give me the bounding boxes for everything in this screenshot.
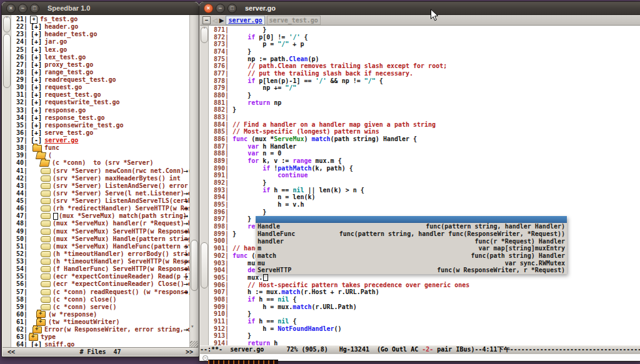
tag-icon[interactable] <box>41 168 51 174</box>
code-line-872[interactable]: 872| if p[0] != '/' { <box>209 34 640 41</box>
tag-icon[interactable] <box>41 258 51 265</box>
speedbar-row[interactable]: 32|[+]requestwrite_test.go <box>11 99 189 106</box>
speedbar-row[interactable]: 33|[+]response.go <box>11 107 189 114</box>
code-line-889[interactable]: 889| for k, v := range mux.m { <box>209 157 640 165</box>
plus-icon[interactable]: [+] <box>31 122 42 129</box>
tag-label[interactable]: (srv *Server) maxHeaderBytes() int <box>52 175 181 182</box>
file-label[interactable]: request.go <box>44 84 82 91</box>
speedbar-row[interactable]: 52|(h *timeoutHandler) errorBody() strin… <box>11 250 189 258</box>
code-line-909[interactable]: 909| h = mux.match(r.URL.Path) <box>209 303 640 311</box>
editor-titlebar[interactable]: × − □ server.go <box>199 2 640 15</box>
plus-icon[interactable]: [+] <box>31 38 42 46</box>
plus-icon[interactable]: [+] <box>31 114 42 122</box>
folder-open-icon[interactable] <box>39 160 50 167</box>
code-line-913[interactable]: 913| } <box>209 332 640 340</box>
speedbar-row[interactable]: 29|[+]readrequest_test.go <box>11 76 189 84</box>
code-line-875[interactable]: 875| np := path.Clean(p) <box>209 56 640 63</box>
speedbar-row[interactable]: 63|type <box>11 333 189 341</box>
tag-label[interactable]: (srv *Server) Serve(l net.Listener) e <box>52 190 189 197</box>
code-line-892[interactable]: 892| } <box>209 179 640 187</box>
plus-icon[interactable]: [+] <box>31 23 42 31</box>
file-label[interactable]: server.go <box>44 137 78 144</box>
code-line-893[interactable]: 893| if h == nil || len(k) > n { <box>209 187 640 194</box>
tab-back-icon[interactable]: ◁ <box>212 17 218 24</box>
tag-label[interactable]: (ecr *expectContinueReader) Read(p [] <box>52 273 189 280</box>
code-line-905[interactable]: 905| mux. <box>209 274 640 282</box>
autocomplete-item[interactable]: ServeHTTPfunc(w ResponseWriter, r *Reque… <box>256 267 567 274</box>
speedbar-row[interactable]: 51|(mux *ServeMux) HandleFunc(pattern st… <box>11 243 189 250</box>
tag-label[interactable]: (mux *ServeMux) ServeHTTP(w ResponseW <box>52 228 189 235</box>
speedbar-row[interactable]: 56|(ecr *expectContinueReader) Close() e… <box>11 280 189 288</box>
resize-grip[interactable] <box>190 341 198 347</box>
scrollbar-up-stepper[interactable]: ˄ <box>3 16 11 32</box>
code-line-882[interactable]: 882|} <box>209 106 640 114</box>
code-line-881[interactable]: 881| return np <box>209 99 640 107</box>
speedbar-row[interactable]: 36|[+]serve_test.go <box>11 129 189 137</box>
file-label[interactable]: fs_test.go <box>40 16 78 23</box>
speedbar-row[interactable]: 42|(srv *Server) maxHeaderBytes() int <box>11 175 189 182</box>
code-area[interactable]: 871| }872| if p[0] != '/' {873| p = "/" … <box>209 26 640 345</box>
code-line-885[interactable]: 885|// Most-specific (longest) pattern w… <box>209 128 640 135</box>
tag-label[interactable]: (c *conn) to (srv *Server) <box>52 159 154 167</box>
code-line-896[interactable]: 896| } <box>209 209 640 216</box>
tag-label[interactable]: (c *conn) close() <box>52 296 116 303</box>
file-label[interactable]: request_test.go <box>44 91 101 99</box>
scrollbar-up-stepper[interactable]: ˄ <box>201 27 208 43</box>
speedbar-row[interactable]: 47|(mux *ServeMux) match(path string) Ha… <box>11 212 189 220</box>
code-line-912[interactable]: 912| h = NotFoundHandler() <box>209 325 640 333</box>
tag-label[interactable]: Error(w ResponseWriter, error string, c <box>44 326 189 333</box>
speedbar-row[interactable]: 26|[+]lex_test.go <box>11 54 189 61</box>
tag-icon[interactable] <box>41 229 51 235</box>
speedbar-row[interactable]: 45|(srv *Server) ListenAndServeTLS(certF… <box>11 197 189 205</box>
autocomplete-item[interactable]: mvar map[string]muxEntry <box>256 245 567 252</box>
scrollbar-thumb[interactable] <box>191 240 198 291</box>
tag-label[interactable]: (mux *ServeMux) match(path string) Ha <box>59 212 189 220</box>
tag-label[interactable]: (tw *timeoutWriter) <box>48 318 119 326</box>
folder-plus-icon[interactable] <box>29 334 38 341</box>
tag-label[interactable]: (h *timeoutHandler) errorBody() strin <box>52 250 189 258</box>
speedbar-row[interactable]: 57|(c *conn) readRequest() (w *response,… <box>11 288 189 296</box>
speedbar-row[interactable]: 22|[+]header.go <box>11 23 189 31</box>
tag-icon[interactable] <box>41 190 51 197</box>
speedbar-row[interactable]: 31|[+]request_test.go <box>11 91 189 99</box>
tag-label[interactable]: (c *conn) serve() <box>52 303 116 311</box>
file-label[interactable]: serve_test.go <box>44 129 93 137</box>
maximize-icon[interactable]: □ <box>228 4 237 13</box>
code-line-884[interactable]: 884|// Find a handler on a handler map g… <box>209 121 640 129</box>
file-label[interactable]: response_test.go <box>44 114 104 122</box>
code-line-906[interactable]: 906| // Host-specific pattern takes prec… <box>209 282 640 289</box>
tag-label[interactable]: (srv *Server) ListenAndServeTLS(certF <box>52 197 189 205</box>
maximize-icon[interactable]: □ <box>30 4 39 13</box>
tabbar-minimize-button[interactable]: − <box>202 16 211 24</box>
speedbar-row[interactable]: 43|(srv *Server) ListenAndServe() error <box>11 182 189 190</box>
code-line-911[interactable]: 911| if h == nil { <box>209 318 640 325</box>
code-line-891[interactable]: 891| continue <box>209 172 640 179</box>
speedbar-row[interactable]: 44|(srv *Server) Serve(l net.Listener) e… <box>11 190 189 197</box>
tab-server-go[interactable]: server.go <box>226 16 264 25</box>
tag-label[interactable]: (rh *redirectHandler) ServeHTTP(w Res <box>52 205 189 212</box>
speedbar-row[interactable]: 46|(rh *redirectHandler) ServeHTTP(w Res… <box>11 205 189 212</box>
code-line-890[interactable]: 890| if !pathMatch(k, path) { <box>209 165 640 172</box>
tag-label[interactable]: (c *conn) readRequest() (w *response, <box>52 288 189 296</box>
tag-icon[interactable] <box>41 220 51 227</box>
code-line-886[interactable]: 886|func (mux *ServeMux) match(path stri… <box>209 135 640 143</box>
code-line-873[interactable]: 873| p = "/" + p <box>209 41 640 48</box>
plus-icon[interactable]: [+] <box>31 61 42 69</box>
code-line-907[interactable]: 907| h := mux.match(r.Host + r.URL.Path) <box>209 288 640 296</box>
autocomplete-selection-bar[interactable] <box>256 216 567 224</box>
code-line-894[interactable]: 894| n = len(k) <box>209 194 640 201</box>
file-label[interactable]: response.go <box>44 107 86 114</box>
tag-icon[interactable] <box>41 243 51 250</box>
tag-icon[interactable] <box>41 289 51 295</box>
speedbar-row[interactable]: 64|[+]sniff.go <box>11 341 189 347</box>
close-icon[interactable]: × <box>204 4 213 13</box>
tag-label[interactable]: type <box>41 333 56 341</box>
code-line-883[interactable]: 883| <box>209 114 640 121</box>
tag-label[interactable]: (mux *ServeMux) Handle(pattern string <box>52 235 189 243</box>
speedbar-row[interactable]: 41|(srv *Server) newConn(rwc net.Conn) (… <box>11 167 189 175</box>
speedbar-row[interactable]: 24|[+]jar.go <box>11 38 189 46</box>
code-line-877[interactable]: 877| // put the trailing slash back if n… <box>209 70 640 77</box>
file-label[interactable]: proxy_test.go <box>44 61 93 69</box>
tag-icon[interactable] <box>41 236 51 242</box>
tag-icon[interactable] <box>41 183 51 189</box>
